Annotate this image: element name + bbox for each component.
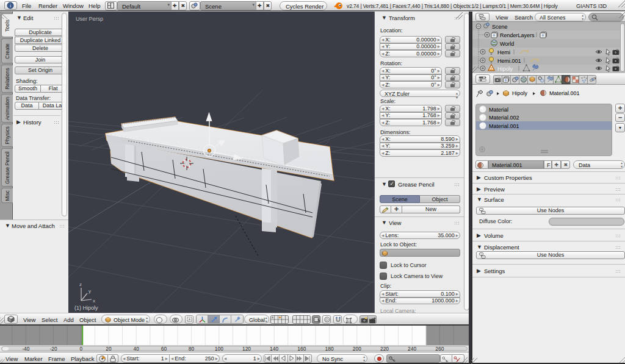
svg-text:Material.001: Material.001: [549, 90, 580, 96]
svg-text:(1) Hipoly: (1) Hipoly: [74, 305, 98, 311]
svg-text:-40: -40: [22, 346, 30, 352]
svg-text:World: World: [500, 41, 514, 47]
svg-text:Hipoly: Hipoly: [512, 90, 528, 96]
svg-text:Hemi: Hemi: [497, 49, 510, 55]
svg-text:160: 160: [297, 346, 306, 352]
svg-text:260: 260: [435, 346, 444, 352]
svg-text:220: 220: [380, 346, 389, 352]
svg-text:180: 180: [325, 346, 334, 352]
svg-text:80: 80: [189, 346, 195, 352]
svg-text:240: 240: [408, 346, 416, 352]
svg-text:User Persp: User Persp: [76, 16, 103, 22]
svg-text:200: 200: [353, 346, 361, 352]
svg-text:Hipoly: Hipoly: [497, 66, 513, 72]
svg-text:Material.002: Material.002: [489, 115, 519, 121]
svg-text:120: 120: [242, 346, 251, 352]
svg-text:Scene: Scene: [492, 24, 508, 30]
svg-text:60: 60: [161, 346, 167, 352]
svg-text:20: 20: [106, 346, 112, 352]
svg-text:z: z: [79, 282, 82, 287]
svg-text:x: x: [93, 298, 95, 304]
svg-text:Material.001: Material.001: [489, 123, 519, 129]
svg-text:100: 100: [215, 346, 223, 352]
svg-text:0: 0: [79, 346, 82, 352]
svg-text:-20: -20: [49, 346, 57, 352]
svg-text:Material: Material: [489, 107, 508, 113]
svg-text:140: 140: [270, 346, 278, 352]
svg-text:RenderLayers: RenderLayers: [500, 32, 535, 38]
svg-text:40: 40: [133, 346, 139, 352]
svg-text:Hemi.001: Hemi.001: [497, 58, 521, 64]
svg-text:y: y: [89, 288, 91, 294]
